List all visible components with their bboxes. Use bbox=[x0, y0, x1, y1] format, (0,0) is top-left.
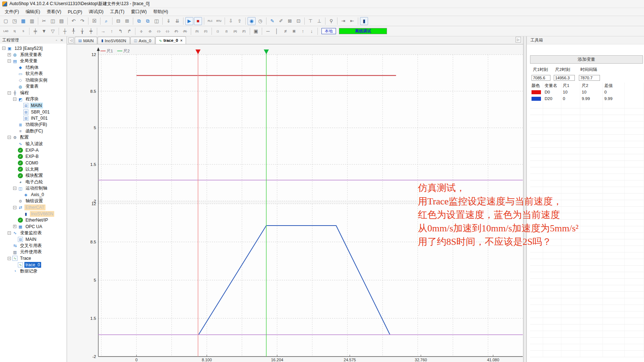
collapse-icon[interactable]: − bbox=[8, 231, 11, 235]
tree-item-OPC UA[interactable]: +▦OPC UA bbox=[0, 223, 67, 230]
tab-MAIN[interactable]: ▤MAIN bbox=[75, 37, 97, 44]
delete-wire-icon[interactable]: ⋇ bbox=[290, 27, 298, 35]
tab-Axis_0[interactable]: ◫Axis_0 bbox=[130, 37, 155, 44]
tree-item-COM0[interactable]: ✓COM0 bbox=[0, 160, 67, 166]
ruler-field-value[interactable]: 14956.3 bbox=[554, 75, 575, 81]
collapse-icon[interactable]: − bbox=[2, 47, 5, 50]
menu-item-2[interactable]: 编辑(E) bbox=[22, 8, 43, 16]
tree-item-程序块[interactable]: −◩程序块 bbox=[0, 96, 67, 103]
compile-all-icon[interactable]: ⇊ bbox=[173, 17, 181, 25]
tab-InoSV660N[interactable]: ▮InoSV660N bbox=[98, 37, 130, 44]
tree-item-EXP-A[interactable]: ✓EXP-A bbox=[0, 147, 67, 154]
tree-item-结构体[interactable]: ◆结构体 bbox=[0, 64, 67, 71]
menu-item-1[interactable]: 文件(F) bbox=[1, 8, 22, 16]
find-icon[interactable]: ⌕ bbox=[102, 17, 110, 25]
collapse-icon[interactable]: − bbox=[8, 59, 11, 63]
window-cascade-icon[interactable]: ⧉ bbox=[135, 17, 143, 25]
undo-icon[interactable]: ↶ bbox=[70, 17, 78, 25]
tab-scroll-left-icon[interactable]: ◁ bbox=[68, 37, 74, 43]
edit-mode-icon[interactable]: ✐ bbox=[277, 17, 285, 25]
app-instruction-icon[interactable]: ▣ bbox=[252, 27, 260, 35]
append-network-icon[interactable]: ▽ bbox=[49, 27, 57, 35]
tree-item-SBR_001[interactable]: ▤SBR_001 bbox=[0, 109, 67, 115]
sfc-view-icon[interactable]: S| bbox=[11, 27, 19, 35]
menu-item-3[interactable]: 查看(V) bbox=[43, 8, 64, 16]
variable-row-D0[interactable]: D010100 bbox=[530, 89, 644, 95]
collapse-icon[interactable]: − bbox=[8, 136, 11, 139]
expand-icon[interactable]: + bbox=[13, 225, 16, 228]
copy-icon[interactable]: ◫ bbox=[49, 17, 57, 25]
tree-item-InoSV660N[interactable]: ▮InoSV660N bbox=[0, 211, 67, 217]
tree-item-运动控制轴[interactable]: −◫运动控制轴 bbox=[0, 185, 67, 192]
contact-fall-icon[interactable]: -|↓|- bbox=[163, 27, 171, 35]
tree-item-变量监控表[interactable]: −∿变量监控表 bbox=[0, 230, 67, 236]
paste-icon[interactable]: ▤ bbox=[58, 17, 66, 25]
variable-row-D20[interactable]: D2009.999.99 bbox=[530, 95, 644, 102]
wire-up-icon[interactable]: ╀ bbox=[70, 27, 78, 35]
cross-table-icon[interactable]: ⊠ bbox=[286, 17, 294, 25]
tab-scroll-right-icon[interactable]: ▷ bbox=[515, 37, 521, 43]
wire-double-icon[interactable]: ┿ bbox=[87, 27, 95, 35]
monitor-icon[interactable]: ◉ bbox=[248, 17, 256, 25]
save-icon[interactable]: ▦ bbox=[19, 17, 27, 25]
tree-item-INT_001[interactable]: ▤INT_001 bbox=[0, 115, 67, 122]
tree-item-EtherCAT[interactable]: −⇄EtherCAT bbox=[0, 204, 67, 211]
tree-item-Axis_0[interactable]: ◈Axis_0 bbox=[0, 192, 67, 198]
redo-icon[interactable]: ↷ bbox=[78, 17, 86, 25]
collapse-icon[interactable]: − bbox=[8, 257, 11, 260]
ruler-field-value[interactable]: 7085.6 bbox=[532, 75, 550, 81]
tree-item-输入滤波[interactable]: ∿输入滤波 bbox=[0, 141, 67, 147]
open-project-icon[interactable]: ◳ bbox=[11, 17, 19, 25]
download-icon[interactable]: ⇩ bbox=[227, 17, 235, 25]
coil-set-icon[interactable]: (S) bbox=[193, 27, 201, 35]
print-preview-icon[interactable]: ⊞ bbox=[123, 17, 131, 25]
contact-n-icon[interactable]: -|N|- bbox=[181, 27, 189, 35]
block-a-icon[interactable]: {A} bbox=[231, 27, 239, 35]
tree-item-全局变量[interactable]: −▤全局变量 bbox=[0, 58, 67, 64]
local-mode-button[interactable]: 本地 bbox=[321, 28, 336, 34]
stop-icon[interactable]: ■ bbox=[194, 17, 202, 25]
move-up-icon[interactable]: ↑ bbox=[299, 27, 307, 35]
tree-item-软元件表[interactable]: ▭软元件表 bbox=[0, 71, 67, 77]
close-icon[interactable]: ✕ bbox=[60, 38, 64, 42]
h-line-icon[interactable]: ─ bbox=[264, 27, 272, 35]
panel-splitter[interactable] bbox=[523, 36, 527, 362]
tree-item-交叉引用表[interactable]: ⇆交叉引用表 bbox=[0, 243, 67, 249]
menu-item-5[interactable]: 调试(D) bbox=[86, 8, 107, 16]
delete-line-icon[interactable]: ≠ bbox=[281, 27, 289, 35]
expand-icon[interactable]: + bbox=[8, 53, 11, 56]
coil-icon[interactable]: ( ) bbox=[214, 27, 222, 35]
compile-icon[interactable]: ⇓ bbox=[165, 17, 173, 25]
insert-row-icon[interactable]: ⊤ bbox=[307, 17, 315, 25]
block-f-icon[interactable]: {F} bbox=[240, 27, 248, 35]
line-corner-icon[interactable]: ↰ bbox=[116, 27, 125, 35]
contact-p-icon[interactable]: -|P|- bbox=[172, 27, 180, 35]
tree-item-以太网[interactable]: ✓以太网 bbox=[0, 166, 67, 173]
save-all-icon[interactable]: ▥ bbox=[28, 17, 36, 25]
window-split-icon[interactable]: ◫ bbox=[153, 17, 161, 25]
cut-icon[interactable]: ✂ bbox=[40, 17, 48, 25]
tree-item-123 [Easy523][interactable]: −▣123 [Easy523] bbox=[0, 45, 67, 52]
collapse-icon[interactable]: − bbox=[13, 206, 16, 209]
menu-item-4[interactable]: PLC(P) bbox=[64, 9, 85, 15]
coil-reset-icon[interactable]: (C) bbox=[202, 27, 210, 35]
v-line-icon[interactable]: │ bbox=[273, 27, 281, 35]
insert-network-icon[interactable]: ▼ bbox=[40, 27, 48, 35]
step-out-icon[interactable]: ⇤ bbox=[348, 17, 356, 25]
tree-item-编程[interactable]: −╫编程 bbox=[0, 90, 67, 96]
tree-item-EXP-B[interactable]: ✓EXP-B bbox=[0, 154, 67, 160]
move-down-icon[interactable]: ↓ bbox=[308, 27, 316, 35]
line-right-icon[interactable]: → bbox=[99, 27, 107, 35]
menu-item-6[interactable]: 工具(T) bbox=[107, 8, 127, 16]
upload-icon[interactable]: ⇧ bbox=[236, 17, 244, 25]
pin-tool-icon[interactable]: ⚲ bbox=[327, 17, 335, 25]
collapse-icon[interactable]: − bbox=[8, 91, 11, 95]
add-variable-button[interactable]: 添加变量 bbox=[530, 55, 643, 64]
tree-item-变量表[interactable]: ◍变量表 bbox=[0, 83, 67, 90]
tree-item-轴组设置[interactable]: ⚙轴组设置 bbox=[0, 198, 67, 204]
step-into-icon[interactable]: ⇥ bbox=[339, 17, 347, 25]
tree-item-Trace[interactable]: −∿Trace bbox=[0, 255, 67, 262]
tree-item-MAIN[interactable]: ▤MAIN bbox=[0, 236, 67, 243]
tree-item-数据记录[interactable]: ◔数据记录 bbox=[0, 268, 67, 275]
run-icon[interactable]: ▶ bbox=[185, 17, 193, 25]
